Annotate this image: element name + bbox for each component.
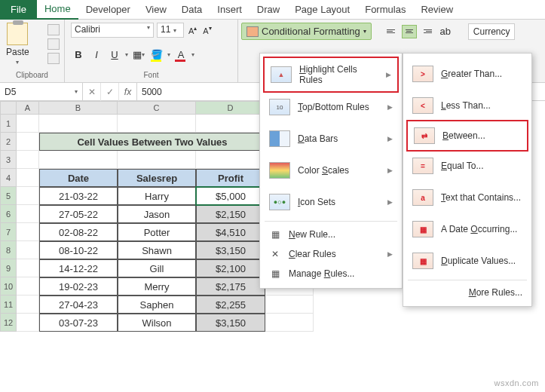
align-center-button[interactable] [402,25,417,38]
copy-icon[interactable] [47,38,60,50]
cell[interactable] [17,169,39,187]
cell[interactable] [17,187,39,205]
submenu-greater-than[interactable]: > Greater Than... [403,58,531,90]
cell[interactable] [118,115,196,133]
decrease-font-icon[interactable]: A▾ [201,25,213,35]
font-color-button[interactable]: A [173,47,188,61]
select-all-corner[interactable] [0,101,17,115]
table-cell-date[interactable]: 27-04-23 [39,296,118,314]
table-cell-salesrep[interactable]: Gill [118,259,196,277]
rowhdr-1[interactable]: 1 [0,115,17,133]
submenu-duplicate-values[interactable]: ▦ Duplicate Values... [403,245,531,277]
table-cell-profit[interactable]: $5,000 [196,187,265,205]
colhdr-b[interactable]: B [39,101,118,115]
menu-icon-sets[interactable]: ●○● Icon Sets ▶ [260,186,402,218]
conditional-formatting-button[interactable]: Conditional Formatting ▾ [241,23,372,40]
table-cell-salesrep[interactable]: Harry [118,187,196,205]
table-cell-date[interactable]: 08-10-22 [39,241,118,259]
cell[interactable] [17,259,39,277]
menu-top-bottom-rules[interactable]: 10 Top/Bottom Rules ▶ [260,91,402,123]
menu-new-rule[interactable]: ▦ New Rule... [260,225,402,244]
file-tab[interactable]: File [0,0,37,20]
font-size-select[interactable]: 11 ▾ [157,23,184,38]
menu-manage-rules[interactable]: ▦ Manage Rules... [260,264,402,283]
table-cell-date[interactable]: 19-02-23 [39,277,118,296]
tab-formulas[interactable]: Formulas [357,0,413,20]
menu-color-scales[interactable]: Color Scales ▶ [260,155,402,186]
menu-data-bars[interactable]: Data Bars ▶ [260,123,402,155]
cut-icon[interactable] [47,24,60,35]
table-cell-salesrep[interactable]: Shawn [118,241,196,259]
underline-button[interactable]: U [107,47,122,61]
table-cell-date[interactable]: 21-03-22 [39,187,118,205]
cell[interactable] [17,241,39,259]
table-cell-profit[interactable]: $2,150 [196,205,265,223]
submenu-less-than[interactable]: < Less Than... [403,90,531,121]
colhdr-a[interactable]: A [17,101,39,115]
rowhdr-6[interactable]: 6 [0,205,17,223]
table-cell-date[interactable]: 27-05-22 [39,205,118,223]
table-cell-salesrep[interactable]: Jason [118,205,196,223]
font-name-select[interactable]: Calibri ▾ [71,23,154,38]
cell[interactable] [17,151,39,169]
tab-home[interactable]: Home [37,0,78,20]
submenu-date-occurring[interactable]: ▦ A Date Occurring... [403,213,531,245]
cell[interactable] [17,277,39,296]
rowhdr-4[interactable]: 4 [0,169,17,187]
table-cell-salesrep[interactable]: Saphen [118,296,196,314]
submenu-more-rules[interactable]: More Rules... [403,283,531,302]
cell[interactable] [17,133,39,151]
table-cell-profit[interactable]: $3,150 [196,241,265,259]
table-cell-date[interactable]: 03-07-23 [39,314,118,332]
table-cell-date[interactable]: 14-12-22 [39,259,118,277]
rowhdr-11[interactable]: 11 [0,296,17,314]
table-cell-profit[interactable]: $2,255 [196,296,265,314]
tab-view[interactable]: View [138,0,174,20]
menu-clear-rules[interactable]: ✕ Clear Rules ▶ [260,244,402,264]
cell[interactable] [39,151,118,169]
tab-draw[interactable]: Draw [250,0,287,20]
format-painter-icon[interactable] [47,53,60,64]
table-header[interactable]: Profit [196,169,265,187]
cell[interactable] [17,314,39,332]
tab-insert[interactable]: Insert [210,0,250,20]
cell[interactable] [196,115,265,133]
menu-highlight-cells-rules[interactable]: ▲ HHighlight Cells Rulesighlight Cells R… [263,57,399,93]
paste-button[interactable]: Paste ▾ [6,23,29,66]
align-right-button[interactable] [418,25,433,38]
rowhdr-2[interactable]: 2 [0,133,17,151]
rowhdr-5[interactable]: 5 [0,187,17,205]
rowhdr-10[interactable]: 10 [0,277,17,296]
align-left-button[interactable] [385,25,400,38]
enter-formula-icon[interactable]: ✓ [101,83,119,101]
cell[interactable] [17,205,39,223]
tab-review[interactable]: Review [413,0,461,20]
cell[interactable] [39,115,118,133]
rowhdr-3[interactable]: 3 [0,151,17,169]
borders-button[interactable]: ▦▾ [131,47,146,61]
tab-developer[interactable]: Developer [78,0,138,20]
cell[interactable] [17,223,39,241]
cell[interactable] [17,296,39,314]
table-cell-salesrep[interactable]: Merry [118,277,196,296]
table-cell-salesrep[interactable]: Wilson [118,314,196,332]
table-header[interactable]: Date [39,169,118,187]
submenu-between[interactable]: ⇄ Between... [406,120,528,152]
cell[interactable] [17,115,39,133]
cell[interactable] [118,151,196,169]
tab-data[interactable]: Data [174,0,210,20]
table-cell-profit[interactable]: $4,510 [196,223,265,241]
number-format-select[interactable]: Currency [468,23,516,40]
table-cell-profit[interactable]: $3,150 [196,314,265,332]
table-cell-date[interactable]: 02-08-22 [39,223,118,241]
submenu-text-contains[interactable]: a Text that Contains... [403,182,531,213]
submenu-equal-to[interactable]: = Equal To... [403,150,531,182]
colhdr-c[interactable]: C [118,101,196,115]
fill-color-button[interactable]: 🪣 [149,47,164,61]
table-cell-salesrep[interactable]: Potter [118,223,196,241]
italic-button[interactable]: I [89,47,104,61]
colhdr-d[interactable]: D [196,101,265,115]
tab-page-layout[interactable]: Page Layout [287,0,357,20]
table-header[interactable]: Salesrep [118,169,196,187]
cancel-formula-icon[interactable]: ✕ [83,83,101,101]
